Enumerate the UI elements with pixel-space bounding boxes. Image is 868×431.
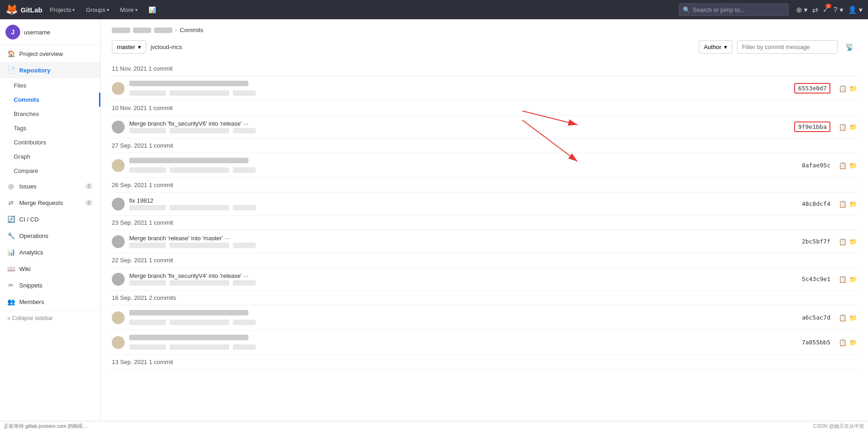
copy-hash-button[interactable]: 📋: [839, 123, 846, 131]
rss-icon[interactable]: 📡: [842, 40, 857, 54]
sidebar-item-label: Members: [19, 298, 44, 305]
commit-info: [129, 81, 790, 96]
sidebar-item-merge-requests[interactable]: ⇄ Merge Requests 0: [0, 194, 100, 211]
sidebar: J username 🏠 Project overview 📄 Reposito…: [0, 19, 101, 431]
sidebar-item-label: Repository: [19, 67, 50, 74]
wiki-icon: 📖: [7, 265, 15, 272]
author-filter-button[interactable]: Author ▾: [699, 40, 732, 54]
table-row: 8afae95c📋📁: [112, 153, 857, 178]
merge-requests-icon[interactable]: ⇄: [812, 6, 818, 14]
commit-info: Merge branch 'fix_securityV6' into 'rele…: [129, 120, 790, 133]
copy-hash-button[interactable]: 📋: [839, 85, 846, 92]
main-content: › Commits master ▾ jvcloud-mcs Author ▾ …: [101, 19, 868, 431]
sidebar-item-operations[interactable]: 🔧 Operations: [0, 227, 100, 244]
sidebar-item-label: Wiki: [19, 265, 31, 272]
nav-groups[interactable]: Groups ▾: [82, 5, 113, 15]
sidebar-item-wiki[interactable]: 📖 Wiki: [0, 260, 100, 277]
breadcrumb-current: Commits: [180, 27, 203, 33]
commit-hash[interactable]: 5c43c9e1: [802, 276, 830, 282]
commit-action-buttons: 📋📁: [839, 85, 857, 92]
sidebar-item-repository[interactable]: 📄 Repository: [0, 62, 100, 78]
topnav-right-icons: ⊕ ▾ ⇄ ✓1 ? ▾ 👤 ▾: [796, 6, 863, 14]
commit-hash[interactable]: 2bc5bf7f: [802, 238, 830, 245]
commit-message[interactable]: Merge branch 'release' into 'master' ···: [129, 235, 797, 242]
commit-info: Merge branch 'release' into 'master' ···: [129, 235, 797, 248]
commit-hash[interactable]: 6553e0d7: [794, 83, 830, 94]
commit-hash[interactable]: 7a055bb5: [802, 339, 830, 346]
global-search-box[interactable]: 🔍 Search or jump to...: [679, 3, 789, 16]
browse-files-button[interactable]: 📁: [849, 85, 857, 92]
copy-hash-button[interactable]: 📋: [839, 162, 846, 169]
nav-projects[interactable]: Projects ▾: [46, 5, 79, 15]
sidebar-item-commits[interactable]: Commits: [14, 93, 100, 107]
members-icon: 👥: [7, 298, 15, 305]
commit-meta-item: [129, 128, 166, 133]
commit-group-date: 26 Sep. 2021 1 commit: [112, 178, 857, 193]
browse-files-button[interactable]: 📁: [849, 276, 857, 283]
browse-files-button[interactable]: 📁: [849, 123, 857, 131]
merge-requests-icon: ⇄: [7, 199, 15, 206]
nav-more[interactable]: More ▾: [116, 5, 141, 15]
sidebar-username: username: [24, 29, 50, 36]
sidebar-item-label: Merge Requests: [19, 199, 63, 206]
commit-meta: [129, 243, 797, 248]
copy-hash-button[interactable]: 📋: [839, 238, 846, 245]
copy-hash-button[interactable]: 📋: [839, 339, 846, 346]
breadcrumb: › Commits: [112, 27, 857, 33]
sidebar-item-project-overview[interactable]: 🏠 Project overview: [0, 45, 100, 62]
copy-hash-button[interactable]: 📋: [839, 200, 846, 208]
avatar: [112, 336, 125, 349]
browse-files-button[interactable]: 📁: [849, 339, 857, 346]
avatar: [112, 235, 125, 248]
commit-message-blurred: [129, 310, 248, 315]
plus-menu-button[interactable]: ⊕ ▾: [796, 6, 808, 14]
search-icon: 🔍: [683, 6, 690, 13]
copy-hash-button[interactable]: 📋: [839, 314, 846, 321]
sidebar-item-analytics[interactable]: 📊 Analytics: [0, 244, 100, 260]
todos-button[interactable]: ✓1: [823, 6, 829, 14]
commit-message[interactable]: Merge branch 'fix_securityV4' into 'rele…: [129, 272, 797, 279]
commit-meta: [129, 320, 797, 325]
user-menu-button[interactable]: 👤 ▾: [848, 6, 863, 14]
browse-files-button[interactable]: 📁: [849, 238, 857, 245]
commit-action-buttons: 📋📁: [839, 162, 857, 169]
collapse-sidebar-button[interactable]: « Collapse sidebar: [0, 310, 100, 326]
sidebar-item-tags[interactable]: Tags: [14, 121, 100, 135]
commit-meta-item: [233, 128, 256, 133]
sidebar-item-compare[interactable]: Compare: [14, 164, 100, 178]
sidebar-item-branches[interactable]: Branches: [14, 107, 100, 121]
sidebar-item-snippets[interactable]: ✂ Snippets: [0, 277, 100, 293]
sidebar-item-graph[interactable]: Graph: [14, 149, 100, 164]
commit-meta: [129, 205, 797, 210]
gitlab-fox-icon: 🦊: [5, 4, 18, 16]
nav-activity[interactable]: 📊: [145, 5, 159, 15]
issues-count: 0: [85, 183, 93, 189]
gitlab-logo[interactable]: 🦊 GitLab: [5, 4, 43, 16]
sidebar-item-members[interactable]: 👥 Members: [0, 293, 100, 310]
commit-hash[interactable]: a6c5ac7d: [802, 314, 830, 321]
avatar: [112, 273, 125, 286]
table-row: Merge branch 'fix_securityV6' into 'rele…: [112, 116, 857, 138]
commit-message-filter[interactable]: [737, 40, 838, 54]
commit-hash[interactable]: 9f9e1bba: [794, 122, 830, 132]
commit-hash[interactable]: 8afae95c: [802, 162, 830, 169]
statusbar: 正在等待 gitlab.jovision.com 的响应... CSDN @她又…: [0, 421, 868, 431]
commit-message[interactable]: fix 19812: [129, 197, 797, 204]
help-button[interactable]: ? ▾: [833, 6, 843, 14]
browse-files-button[interactable]: 📁: [849, 162, 857, 169]
browse-files-button[interactable]: 📁: [849, 314, 857, 321]
graph-label: Graph: [14, 153, 30, 160]
sidebar-item-issues[interactable]: ◎ Issues 0: [0, 178, 100, 194]
commit-meta-item: [170, 167, 229, 173]
branch-name: master: [117, 44, 135, 50]
commit-message[interactable]: Merge branch 'fix_securityV6' into 'rele…: [129, 120, 790, 127]
sidebar-item-files[interactable]: Files: [14, 78, 100, 93]
todos-count: 1: [825, 4, 831, 8]
browse-files-button[interactable]: 📁: [849, 200, 857, 208]
branch-selector[interactable]: master ▾: [112, 40, 146, 54]
commit-hash[interactable]: 48c8dcf4: [802, 200, 830, 207]
sidebar-item-contributors[interactable]: Contributors: [14, 135, 100, 149]
copy-hash-button[interactable]: 📋: [839, 276, 846, 283]
avatar: [112, 159, 125, 172]
sidebar-item-cicd[interactable]: 🔄 CI / CD: [0, 211, 100, 227]
